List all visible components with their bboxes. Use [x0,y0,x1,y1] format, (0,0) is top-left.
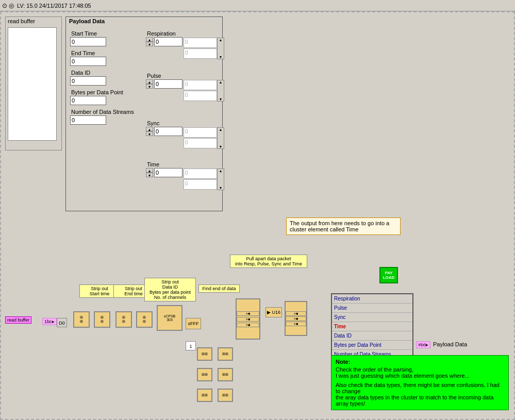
sync-spinner: ▲ ▼ [146,127,182,136]
annotation-box: The output from here needs to go into a … [286,217,401,235]
sync-array: 0 0 ▲ ▼ [184,120,218,149]
block-1-content: ⊞⊞ [80,315,83,323]
pulse-group: Pulse ▲ ▼ [146,73,182,89]
resp-scroll-dn[interactable]: ▼ [218,55,224,59]
block-node-1[interactable]: ⊞⊞ [73,311,90,328]
title-text: LV: 15.0 24/11/2017 17:48:05 [17,3,91,9]
read-buffer-diagram-label: read buffer [5,316,31,324]
cluster-item-sync[interactable]: Sync [332,313,412,322]
arrow-icon[interactable]: ⊙ [2,2,7,9]
xff-text: xFFF [188,321,199,326]
block-bottom-1[interactable]: ⊞⊞ [197,347,212,361]
sync-group: Sync ▲ ▼ [146,120,182,136]
time-up[interactable]: ▲ [146,168,153,173]
block-bottom-3[interactable]: ⊞⊞ [197,368,212,381]
cluster-item-respiration[interactable]: Respiration [332,294,412,304]
pulse-spinner-input[interactable] [154,79,182,89]
respiration-group: Respiration ▲ ▼ [146,30,182,46]
time-array: 0 0 ▲ ▼ [184,161,218,190]
pulse-spinner: ▲ ▼ [146,79,182,89]
block-node-4[interactable]: ⊞⊞ [136,311,153,328]
num-streams-group: Number of Data Streams [70,109,134,125]
time-spinner-input[interactable] [154,168,182,177]
respiration-array: 0 0 ▲ ▼ [184,30,218,59]
u16-text: ▶ U16 [267,310,280,315]
title-icons: ⊙ ◎ [2,2,14,9]
start-time-input[interactable] [70,37,106,46]
num-streams-label: Number of Data Streams [70,109,134,115]
start-time-group: Start Time [70,30,106,46]
strip-end-text: Strip outEnd time [124,286,143,296]
bytes-per-dp-group: Bytes per Data Point [70,89,123,105]
cluster-item-time[interactable]: Time [332,322,412,331]
time-spinner: ▲ ▼ [146,168,182,177]
sync-up[interactable]: ▲ [146,127,153,131]
sync-arrows[interactable]: ▲ ▼ [146,127,153,136]
cluster-item-pulse[interactable]: Pulse [332,304,412,313]
pulse-down[interactable]: ▼ [146,84,153,89]
indicator-1: D0 [57,318,67,327]
time-arrows[interactable]: ▲ ▼ [146,168,153,177]
block-u16[interactable]: ▶ U16 [265,307,282,317]
block-bottom-6[interactable]: ⊞⊞ [218,389,233,402]
time-scrollbar: ▲ ▼ [217,169,224,190]
block-main-process[interactable]: ×■ ×■ ×■ [236,298,260,340]
respiration-up[interactable]: ▲ [146,37,153,42]
target-icon[interactable]: ◎ [9,2,14,9]
proc-row-1: ×■ [237,311,259,316]
time-down[interactable]: ▼ [146,173,153,177]
pulse-scroll-dn[interactable]: ▼ [218,97,224,101]
note-title: Note: [336,359,504,365]
sync-scrollbar: ▲ ▼ [217,127,224,149]
block-node-2[interactable]: ⊞⊞ [94,311,110,328]
rc-row-1: ×■ [286,311,306,316]
data-id-input[interactable] [70,76,106,86]
block-3-content: ⊞⊞ [122,315,125,324]
respiration-arrows[interactable]: ▲ ▼ [146,37,153,46]
payload-panel: Payload Data Start Time End Time Data ID… [65,16,223,211]
note-line-2: I was just guessing which data element g… [336,373,504,379]
respiration-scrollbar: ▲ ▼ [217,38,224,59]
sync-scroll-up[interactable]: ▲ [218,128,224,131]
block-bottom-2[interactable]: ⊞⊞ [218,347,233,361]
respiration-spinner-input[interactable] [154,37,182,46]
find-end-text: Find end of data [202,286,236,291]
block-node-3[interactable]: ⊞⊞ [115,311,132,328]
strip-start-text: Strip outStart time [90,286,110,296]
end-time-label: End Time [70,50,106,56]
find-end-label: Find end of data [198,284,240,293]
time-group: Time ▲ ▼ [146,161,182,177]
bb1-text: ⊞⊞ [202,352,208,356]
payload-data-diagram-label: Payload Data [433,341,467,347]
bb3-text: ⊞⊞ [202,373,208,377]
block-xff[interactable]: xFFF [186,318,201,329]
cluster-item-bytes[interactable]: Bytes per Data Point [332,341,412,350]
bytes-per-dp-input[interactable] [70,96,106,105]
sync-scroll-dn[interactable]: ▼ [218,145,224,148]
time-scroll-dn[interactable]: ▼ [218,186,224,190]
sync-down[interactable]: ▼ [146,131,153,136]
resp-scroll-up[interactable]: ▲ [218,38,224,42]
end-time-input[interactable] [70,57,106,66]
note-line-3: Also check the data types, there might b… [336,382,504,394]
cluster-item-data-id[interactable]: Data ID [332,331,412,341]
pulse-array: 0 0 ▲ ▼ [184,73,218,102]
pink-block-1: 1bc▸ [42,318,57,325]
respiration-down[interactable]: ▼ [146,42,153,46]
proc-row-2: ×■ [237,317,259,322]
pulse-up[interactable]: ▲ [146,79,153,84]
time-scroll-up[interactable]: ▲ [218,169,224,173]
block-bottom-4[interactable]: ⊞⊞ [218,368,233,381]
num-streams-input[interactable] [70,115,106,125]
block-4-content: ⊞⊞ [143,315,146,324]
pulse-arrows[interactable]: ▲ ▼ [146,79,153,89]
block-bottom-5[interactable]: ⊞⊞ [197,389,212,402]
block-cpbr[interactable]: xCPSB303 [157,305,182,331]
bytes-per-dp-label: Bytes per Data Point [70,89,123,95]
read-buffer-label: read buffer [6,17,61,25]
block-right-cluster[interactable]: ×■ ×■ ×■ [285,301,307,336]
payload-block[interactable]: PAYLOAD [379,267,398,283]
block-2-content: ⊞⊞ [101,315,104,324]
pulse-scroll-up[interactable]: ▲ [218,80,224,84]
sync-spinner-input[interactable] [154,127,182,136]
